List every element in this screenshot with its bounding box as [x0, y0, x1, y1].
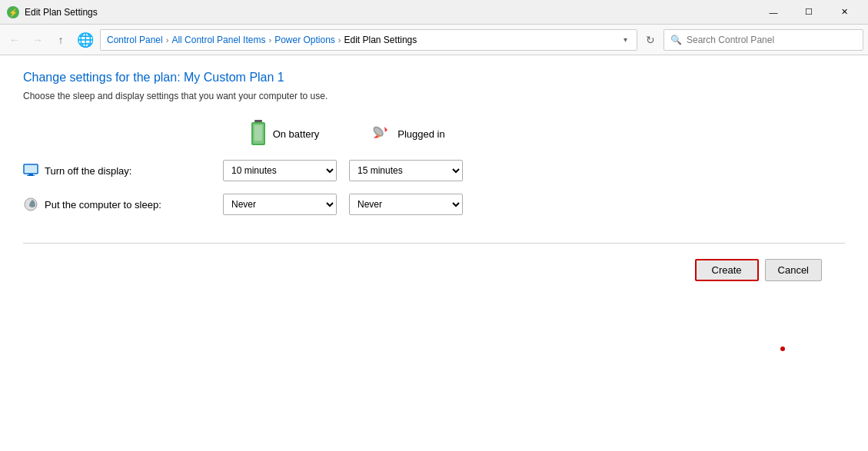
back-button[interactable]: ← — [5, 30, 25, 50]
search-box: 🔍 — [663, 29, 863, 51]
display-plugged-select[interactable]: 15 minutes 1 minute 2 minutes 3 minutes … — [349, 160, 463, 181]
breadcrumb-control-panel[interactable]: Control Panel — [107, 35, 163, 45]
minimize-button[interactable]: — — [756, 0, 791, 25]
title-bar-text: Edit Plan Settings — [25, 7, 756, 18]
sleep-plugged-select[interactable]: Never 1 minute 2 minutes 5 minutes 10 mi… — [349, 194, 463, 215]
settings-area: Turn off the display: 10 minutes 1 minut… — [23, 160, 845, 227]
sleep-setting-row: Put the computer to sleep: Never 1 minut… — [23, 194, 845, 215]
page-subtitle: Choose the sleep and display settings th… — [23, 91, 845, 101]
display-setting-label: Turn off the display: — [23, 163, 223, 178]
battery-column-header: On battery — [223, 120, 346, 148]
battery-column-label: On battery — [273, 128, 320, 140]
svg-rect-14 — [25, 165, 37, 173]
horizontal-divider — [23, 243, 845, 244]
plugged-column-header: Plugged in — [346, 123, 469, 144]
breadcrumb-bar: Control Panel › All Control Panel Items … — [100, 29, 637, 51]
svg-rect-12 — [28, 174, 33, 175]
column-headers: On battery Plugged in — [223, 120, 845, 148]
page-title-prefix: Change settings for the plan: — [23, 71, 184, 84]
create-button[interactable]: Create — [695, 259, 759, 281]
sleep-label-text: Put the computer to sleep: — [45, 199, 161, 211]
address-bar: ← → ↑ 🌐 Control Panel › All Control Pane… — [0, 25, 868, 55]
plugged-icon — [370, 123, 391, 144]
plugged-column-label: Plugged in — [397, 128, 444, 140]
sleep-icon — [23, 197, 38, 212]
breadcrumb-current: Edit Plan Settings — [344, 35, 417, 45]
plan-name: My Custom Plan 1 — [184, 71, 284, 84]
up-button[interactable]: ↑ — [51, 30, 71, 50]
action-area: Create Cancel — [23, 259, 845, 281]
breadcrumb-dropdown-button[interactable]: ▾ — [620, 35, 630, 44]
display-label-text: Turn off the display: — [45, 165, 131, 177]
svg-point-10 — [377, 134, 380, 138]
forward-button[interactable]: → — [28, 30, 48, 50]
close-button[interactable]: ✕ — [826, 0, 862, 25]
search-icon: 🔍 — [670, 35, 682, 45]
page-title: Change settings for the plan: My Custom … — [23, 71, 845, 85]
svg-text:⚡: ⚡ — [8, 8, 18, 18]
refresh-button[interactable]: ↻ — [640, 30, 660, 50]
sleep-battery-select[interactable]: Never 1 minute 2 minutes 5 minutes 10 mi… — [223, 194, 337, 215]
display-setting-row: Turn off the display: 10 minutes 1 minut… — [23, 160, 845, 181]
sleep-dropdowns: Never 1 minute 2 minutes 5 minutes 10 mi… — [223, 194, 463, 215]
battery-icon — [250, 120, 267, 148]
title-bar: ⚡ Edit Plan Settings — ☐ ✕ — [0, 0, 868, 25]
sleep-setting-label: Put the computer to sleep: — [23, 197, 223, 212]
display-icon — [23, 163, 38, 178]
display-dropdowns: 10 minutes 1 minute 2 minutes 3 minutes … — [223, 160, 463, 181]
breadcrumb-power-options[interactable]: Power Options — [274, 35, 335, 45]
search-input[interactable] — [687, 35, 856, 45]
svg-rect-5 — [254, 125, 262, 141]
main-content: Change settings for the plan: My Custom … — [0, 55, 868, 297]
red-dot-indicator — [780, 347, 785, 351]
window-controls: — ☐ ✕ — [756, 0, 862, 25]
svg-marker-9 — [384, 127, 387, 132]
cancel-button[interactable]: Cancel — [765, 259, 822, 281]
maximize-button[interactable]: ☐ — [791, 0, 826, 25]
app-icon: ⚡ — [6, 5, 20, 19]
location-icon: 🌐 — [77, 32, 94, 48]
breadcrumb-all-items[interactable]: All Control Panel Items — [171, 35, 265, 45]
display-battery-select[interactable]: 10 minutes 1 minute 2 minutes 3 minutes … — [223, 160, 337, 181]
svg-rect-2 — [254, 120, 262, 122]
svg-rect-13 — [27, 175, 35, 176]
